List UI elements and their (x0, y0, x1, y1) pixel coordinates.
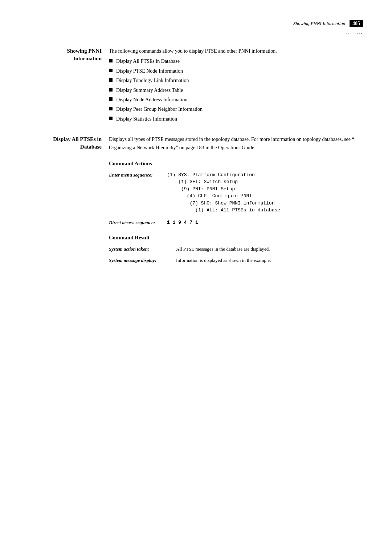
list-item: Display Statistics Information (109, 115, 363, 123)
page: Showing PNNI Information 405 ........ Sh… (0, 0, 392, 555)
display-all-section: Display All PTSEs in Database Displays a… (29, 135, 363, 268)
enter-menu-label: Enter menu sequence: (109, 171, 167, 179)
showing-pnni-intro: The following commands allow you to disp… (109, 47, 363, 55)
enter-menu-value: (1) SYS: Platform Configuration (1) SET:… (167, 171, 280, 214)
direct-access-label: Direct access sequence: (109, 219, 167, 227)
list-item: Display All PTSEs in Database (109, 57, 363, 65)
list-item: Display Summary Address Table (109, 86, 363, 94)
showing-pnni-section: Showing PNNI Information The following c… (29, 47, 363, 125)
header-title: Showing PNNI Information (293, 21, 345, 27)
system-action-value: All PTSE messages in the database are di… (176, 246, 270, 253)
showing-pnni-label: Showing PNNI Information (29, 47, 109, 125)
display-all-label: Display All PTSEs in Database (29, 135, 109, 268)
list-item: Display Topology Link Information (109, 77, 363, 85)
system-action-row: System action taken: All PTSE messages i… (109, 246, 363, 253)
display-all-description: Displays all types of PTSE messages stor… (109, 135, 363, 152)
bullet-icon (109, 97, 113, 101)
bullet-list: Display All PTSEs in Database Display PT… (109, 57, 363, 123)
bullet-icon (109, 117, 113, 120)
bullet-icon (109, 69, 113, 72)
list-item: Display Peer Group Neighbor Information (109, 105, 363, 113)
bullet-icon (109, 88, 113, 92)
page-number: 405 (350, 20, 363, 27)
list-item: Display PTSE Node Information (109, 67, 363, 75)
showing-pnni-label-text: Showing PNNI Information (67, 48, 102, 61)
direct-access-value: 1 1 9 4 7 1 (167, 219, 198, 226)
system-action-label: System action taken: (109, 246, 176, 253)
showing-pnni-body: The following commands allow you to disp… (109, 47, 363, 125)
direct-access-row: Direct access sequence: 1 1 9 4 7 1 (109, 219, 363, 227)
main-content: Showing PNNI Information The following c… (0, 36, 392, 300)
command-actions-title: Command Actions (109, 159, 363, 168)
display-all-body: Displays all types of PTSE messages stor… (109, 135, 363, 268)
bullet-icon (109, 78, 113, 82)
command-result-title: Command Result (109, 233, 363, 242)
bullet-icon (109, 107, 113, 110)
enter-menu-row: Enter menu sequence: (1) SYS: Platform C… (109, 171, 363, 214)
header-dots: ........ (0, 30, 392, 35)
system-message-label: System message display: (109, 257, 176, 264)
system-message-row: System message display: Information is d… (109, 257, 363, 264)
bullet-icon (109, 59, 113, 62)
list-item: Display Node Address Information (109, 96, 363, 104)
display-all-label-text: Display All PTSEs in Database (53, 136, 102, 150)
system-message-value: Information is displayed as shown in the… (176, 257, 271, 264)
page-header: Showing PNNI Information 405 (0, 0, 392, 30)
